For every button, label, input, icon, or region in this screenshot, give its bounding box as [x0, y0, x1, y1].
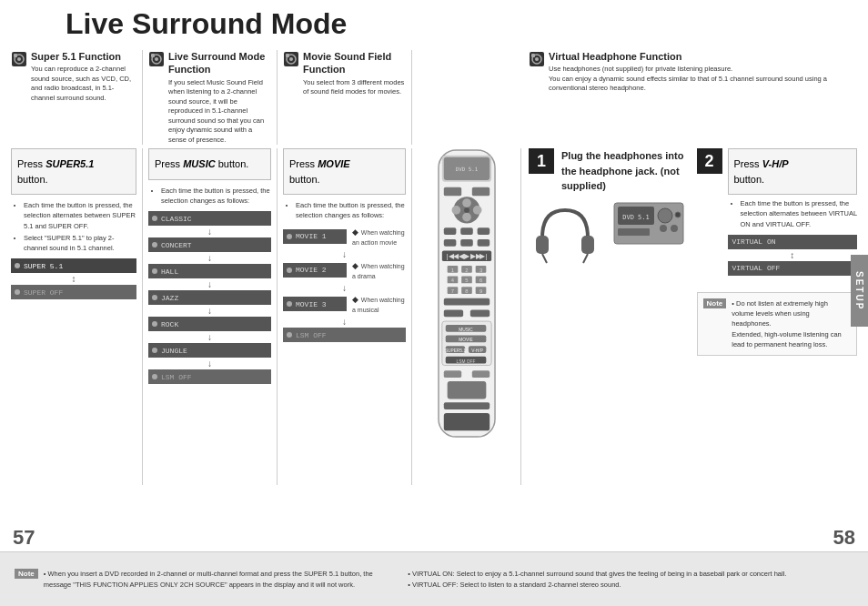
note-label: Note: [15, 569, 38, 579]
movie-title: Movie Sound Field Function: [303, 50, 406, 76]
virtual-left: 1 Plug the headphones into the headphone…: [529, 148, 690, 356]
svg-rect-93: [618, 228, 650, 236]
svg-text:5: 5: [465, 278, 468, 283]
remote-area: DVD 5.1: [412, 148, 521, 485]
arrow-concert: ↓: [148, 254, 271, 263]
svg-rect-64: [443, 298, 489, 306]
music-display-lsmoff: LSM OFF: [148, 369, 271, 384]
virtual-icon: [529, 51, 545, 67]
movie-bullets: Each time the button is pressed, the sel…: [283, 200, 406, 221]
note-left: Note • When you insert a DVD recorded in…: [15, 569, 386, 590]
music-icon: [148, 51, 165, 67]
super51-bullet-1: Each time the button is pressed, the sel…: [24, 200, 136, 231]
super51-panel: Press SUPER5.1 button. Each time the but…: [11, 148, 143, 485]
display-dot: [152, 242, 157, 247]
svg-point-31: [451, 206, 460, 215]
music-press-label: Press: [155, 158, 180, 169]
virtual-note-inner: Note • Do not listen at extremely high v…: [703, 298, 852, 349]
virtual-area: 1 Plug the headphones into the headphone…: [529, 148, 857, 356]
svg-rect-84: [581, 236, 594, 254]
virtual-panel: 1 Plug the headphones into the headphone…: [521, 148, 857, 485]
virtual-bullet-1: Each time the button is pressed, the sel…: [741, 198, 858, 229]
virtual-bullets: Each time the button is pressed, the sel…: [728, 198, 858, 229]
svg-point-90: [658, 208, 672, 223]
dot: [287, 268, 292, 273]
svg-rect-39: [477, 239, 490, 247]
svg-rect-79: [471, 370, 489, 378]
virtual-display-on: VIRTUAL ON: [728, 235, 858, 249]
music-display-hall: HALL: [148, 264, 271, 278]
svg-line-85: [542, 254, 547, 263]
music-bullet-1: Each time the button is pressed, the sel…: [161, 186, 271, 207]
svg-text:6: 6: [479, 278, 481, 283]
arrow-1: ↕: [11, 275, 136, 284]
headphone-image: [529, 201, 601, 265]
content-area: Press SUPER5.1 button. Each time the but…: [11, 148, 857, 485]
note-area: Note • When you insert a DVD recorded in…: [0, 551, 868, 606]
step-2-number: 2: [697, 148, 722, 174]
music-panel: Press MUSIC button. Each time the button…: [143, 148, 278, 485]
svg-rect-35: [460, 227, 473, 235]
svg-rect-17: [286, 54, 289, 57]
remote-control: DVD 5.1: [421, 148, 512, 439]
arrow-m3: ↓: [283, 318, 406, 327]
svg-rect-9: [14, 54, 17, 57]
movie-row-3: MOVIE 3 ◆ When watching a musical: [283, 294, 406, 314]
super51-desc: You can reproduce a 2-channel sound sour…: [31, 65, 136, 103]
svg-point-33: [464, 207, 469, 213]
svg-point-91: [671, 225, 678, 232]
svg-text:▶|: ▶|: [479, 252, 487, 260]
display-dot: [152, 348, 157, 353]
movie-icon: [283, 51, 299, 67]
virtual-note-box: Note • Do not listen at extremely high v…: [697, 292, 858, 356]
virtual-press-suffix: button.: [734, 174, 765, 185]
arrow-hall: ↓: [148, 280, 271, 289]
note-right: • VIRTUAL ON: Select to enjoy a 5.1-chan…: [408, 569, 853, 590]
arrow-classic: ↓: [148, 227, 271, 237]
svg-point-20: [535, 57, 539, 61]
music-display-classic: CLASSIC: [148, 211, 271, 226]
music-press-button: MUSIC: [183, 158, 215, 169]
arrow-virtual: ↕: [728, 251, 858, 260]
display-dot: [287, 332, 292, 338]
virtual-header: Virtual Headphone Function Use headphone…: [521, 50, 857, 145]
movie-row-2: MOVIE 2 ◆ When watching a drama: [283, 260, 406, 280]
svg-rect-34: [443, 227, 456, 235]
virtual-desc: Use headphones (not supplied) for privat…: [549, 65, 857, 94]
movie-press-box: Press MOVIE button.: [283, 148, 406, 195]
svg-point-32: [472, 206, 481, 215]
svg-text:1: 1: [450, 268, 453, 273]
svg-rect-26: [443, 187, 460, 197]
svg-text:MOVIE: MOVIE: [459, 338, 473, 342]
headphone-area: DVD 5.1: [529, 201, 690, 265]
svg-rect-82: [443, 413, 489, 430]
page-title: Live Surround Mode: [66, 7, 857, 41]
svg-text:SUPER5.1: SUPER5.1: [444, 348, 466, 353]
virtual-press-button: V-H/P: [762, 158, 789, 169]
display-dot: [152, 216, 157, 221]
arrow-jazz: ↓: [148, 307, 271, 316]
page-number-left: 57: [13, 526, 35, 550]
virtual-press-label: Press: [734, 158, 760, 169]
music-press-box: Press MUSIC button.: [148, 148, 271, 180]
super51-bullet-2: Select "SUPER 5.1" to play 2-channel sou…: [24, 233, 136, 254]
svg-rect-65: [443, 310, 462, 318]
svg-rect-36: [477, 227, 490, 235]
virtual-press-box: Press V-H/P button.: [728, 148, 858, 195]
svg-rect-21: [531, 54, 535, 57]
setup-tab: SETUP: [851, 255, 868, 327]
arrow-jungle: ↓: [148, 359, 271, 369]
svg-rect-37: [443, 239, 456, 247]
movie-press-label: Press: [289, 158, 315, 169]
movie-note-3: ◆ When watching a musical: [352, 294, 406, 314]
super51-header: Super 5.1 Function You can reproduce a 2…: [11, 50, 143, 145]
display-dot: [15, 289, 20, 295]
virtual-step2: 2 Press V-H/P button. Each time the butt…: [697, 148, 858, 278]
music-bullets: Each time the button is pressed, the sel…: [148, 186, 271, 207]
super51-press-box: Press SUPER5.1 button.: [11, 148, 136, 195]
svg-text:DVD 5.1: DVD 5.1: [622, 214, 650, 221]
remote-spacer: [412, 50, 521, 145]
svg-text:MUSIC: MUSIC: [459, 328, 473, 332]
svg-point-92: [660, 225, 667, 232]
step-2-content: Press V-H/P button. Each time the button…: [728, 148, 858, 278]
